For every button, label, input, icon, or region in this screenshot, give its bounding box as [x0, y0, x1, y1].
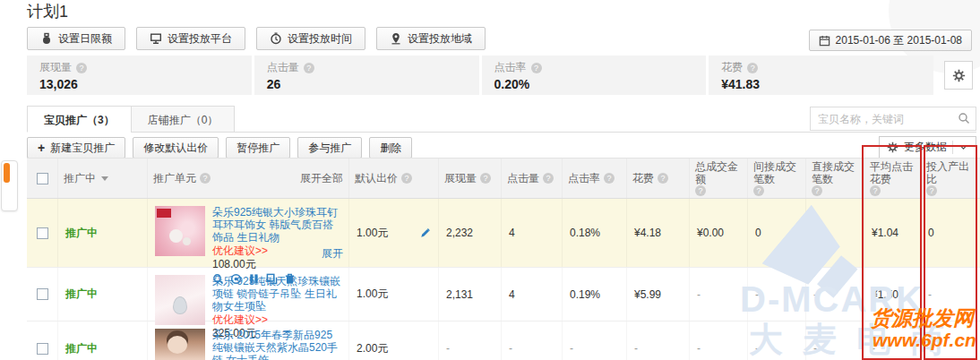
- gear-icon: [887, 141, 898, 153]
- stat-label: 点击率: [494, 60, 527, 75]
- new-item-promotion-button[interactable]: 新建宝贝推广: [27, 137, 125, 159]
- button-label: 参与推广: [308, 141, 351, 156]
- button-label: 更多数据: [904, 140, 947, 155]
- weight-icon: [40, 32, 53, 45]
- stat-label: 花费: [721, 60, 743, 75]
- column-header-indirect: 间接成交笔数: [753, 160, 800, 185]
- date-range-picker[interactable]: 2015-01-06 至 2015-01-08: [809, 30, 972, 51]
- info-icon[interactable]: [531, 63, 542, 73]
- pause-promotion-button[interactable]: 暂停推广: [226, 137, 290, 159]
- product-cell: 朵乐 2015年春季新品925纯银镶嵌天然紫水晶520手链 女士手饰 368.0…: [155, 329, 341, 360]
- column-header-avg-cost: 平均点击花费: [870, 160, 915, 185]
- tab-shop-promotion[interactable]: 店铺推广（0）: [131, 106, 236, 133]
- info-icon[interactable]: [926, 185, 937, 196]
- cell-direct: -: [813, 288, 817, 301]
- divider: [952, 141, 953, 154]
- cell-indirect: -: [755, 288, 759, 301]
- row-checkbox[interactable]: [37, 343, 48, 355]
- cell-impressions: -: [446, 342, 450, 355]
- tab-item-promotion[interactable]: 宝贝推广（3）: [27, 106, 132, 133]
- row-checkbox[interactable]: [37, 227, 48, 239]
- column-header-cost: 花费: [632, 172, 654, 184]
- bid-value: 1.00元: [357, 287, 388, 302]
- cell-avg-cost: ¥1.04: [872, 227, 898, 239]
- cell-direct: 0: [813, 227, 820, 239]
- status-badge: 推广中: [65, 226, 98, 241]
- campaign-settings-toolbar: 设置日限额 设置投放平台 设置投放时间 设置投放地域: [27, 27, 486, 50]
- info-icon[interactable]: [812, 185, 822, 196]
- info-icon[interactable]: [76, 63, 87, 73]
- stat-cost: 花费 ¥41.83: [709, 56, 933, 95]
- status-filter-caret-icon[interactable]: [101, 176, 108, 181]
- calendar-icon: [819, 35, 830, 47]
- column-header-ctr: 点击率: [568, 172, 600, 184]
- column-header-unit: 推广单元: [153, 172, 196, 184]
- stats-settings-button[interactable]: [944, 61, 973, 90]
- column-header-direct: 直接成交笔数: [812, 160, 858, 185]
- page-title: 计划1: [27, 1, 68, 22]
- cell-ctr: 0.19%: [570, 288, 600, 301]
- column-header-total: 总成交金额: [695, 160, 742, 185]
- cell-clicks: -: [509, 342, 512, 355]
- set-region-button[interactable]: 设置投放地域: [376, 27, 486, 50]
- more-data-button[interactable]: 更多数据: [879, 136, 976, 159]
- edit-bid-pencil-icon[interactable]: [420, 227, 431, 238]
- cell-ctr: 0.18%: [570, 227, 600, 239]
- date-range-label: 2015-01-06 至 2015-01-08: [836, 33, 962, 48]
- bid-value: 2.00元: [357, 341, 388, 356]
- button-label: 设置日限额: [58, 31, 112, 47]
- info-icon[interactable]: [200, 173, 211, 184]
- set-platform-button[interactable]: 设置投放平台: [136, 27, 245, 50]
- cell-cost: ¥4.18: [634, 227, 661, 239]
- table-actions-toolbar: 新建宝贝推广 修改默认出价 暂停推广 参与推广 删除: [27, 137, 412, 159]
- promotion-tabs: 宝贝推广（3） 店铺推广（0）: [27, 106, 234, 133]
- info-icon[interactable]: [401, 173, 412, 184]
- info-icon[interactable]: [543, 173, 554, 184]
- button-label: 修改默认出价: [143, 141, 208, 156]
- stat-clicks: 点击量 26: [254, 56, 479, 95]
- row-checkbox[interactable]: [37, 288, 48, 300]
- search-icon[interactable]: [958, 112, 970, 127]
- join-promotion-button[interactable]: 参与推广: [297, 137, 362, 159]
- button-label: 新建宝贝推广: [50, 141, 115, 156]
- product-name-link[interactable]: 朵乐 925纯银天然珍珠镶嵌项链 锁骨链子吊坠 生日礼物女生项坠: [212, 275, 341, 313]
- search-box: [810, 107, 976, 131]
- info-icon[interactable]: [658, 173, 668, 184]
- info-icon[interactable]: [747, 63, 758, 73]
- expand-row-link[interactable]: 展开: [322, 246, 343, 261]
- button-label: 设置投放平台: [168, 31, 232, 47]
- button-label: 设置投放地域: [408, 31, 472, 47]
- column-header-clicks: 点击量: [507, 172, 539, 184]
- delete-button[interactable]: 删除: [369, 137, 412, 159]
- stat-label: 点击量: [267, 60, 299, 75]
- info-icon[interactable]: [870, 185, 881, 196]
- cell-ctr: -: [570, 342, 573, 355]
- column-header-impressions: 展现量: [444, 172, 477, 184]
- product-name-link[interactable]: 朵乐 2015年春季新品925纯银镶嵌天然紫水晶520手链 女士手饰: [212, 329, 341, 360]
- info-icon[interactable]: [304, 63, 314, 73]
- info-icon[interactable]: [604, 173, 615, 184]
- cell-clicks: 4: [509, 288, 515, 301]
- side-panel-handle[interactable]: [1, 160, 18, 211]
- stat-impressions: 展现量 13,026: [27, 56, 252, 95]
- table-header-row: 推广中 推广单元展开全部 默认出价 展现量 点击量 点击率 花费 总成交金额 间…: [27, 158, 980, 199]
- set-schedule-button[interactable]: 设置投放时间: [256, 27, 365, 50]
- product-name-link[interactable]: 朵乐925纯银大小珍珠耳钉耳环耳饰女 韩版气质百搭饰品 生日礼物: [212, 206, 341, 244]
- product-image: [155, 329, 205, 360]
- product-image: [155, 206, 205, 256]
- status-filter-label: 推广中: [64, 172, 96, 184]
- gear-icon: [952, 69, 966, 82]
- summary-stats-bar: 展现量 13,026 点击量 26 点击率 0.20% 花费 ¥41.83: [27, 56, 933, 95]
- expand-all-link[interactable]: 展开全部: [300, 172, 343, 184]
- info-icon[interactable]: [695, 185, 706, 196]
- cell-roi: -: [928, 288, 932, 301]
- info-icon[interactable]: [480, 173, 491, 184]
- edit-default-bid-button[interactable]: 修改默认出价: [133, 137, 219, 159]
- table-row: 推广中 朵乐 2015年春季新品925纯银镶嵌天然紫水晶520手链 女士手饰 3…: [27, 321, 980, 360]
- select-all-checkbox[interactable]: [37, 173, 48, 184]
- search-input[interactable]: [810, 107, 976, 131]
- info-icon[interactable]: [753, 185, 764, 196]
- column-header-bid: 默认出价: [355, 172, 398, 184]
- set-daily-limit-button[interactable]: 设置日限额: [27, 27, 125, 50]
- cell-cost: ¥5.99: [634, 288, 661, 301]
